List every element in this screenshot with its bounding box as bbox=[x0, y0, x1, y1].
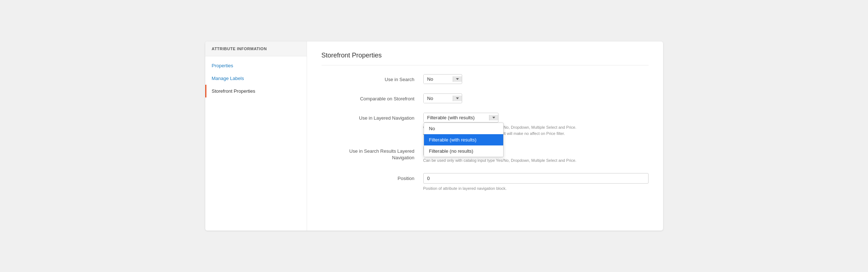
dropdown-option-no[interactable]: No bbox=[424, 123, 503, 134]
label-comparable-storefront: Comparable on Storefront bbox=[322, 93, 423, 102]
dropdown-option-filterable-no-results[interactable]: Filterable (no results) bbox=[424, 145, 503, 157]
layered-navigation-dropdown: No Filterable (with results) Filterable … bbox=[424, 123, 504, 157]
select-comparable-storefront[interactable]: No bbox=[423, 93, 462, 103]
main-card: Attribute Information Properties Manage … bbox=[205, 41, 663, 231]
sidebar: Attribute Information Properties Manage … bbox=[205, 41, 307, 231]
control-use-in-search: No bbox=[423, 74, 649, 84]
select-use-in-search-arrow[interactable] bbox=[453, 76, 462, 82]
control-layered-navigation: Filterable (with results) No Filterable … bbox=[423, 113, 649, 136]
select-comparable-storefront-arrow[interactable] bbox=[453, 96, 462, 101]
select-layered-navigation[interactable]: Filterable (with results) No Filterable … bbox=[423, 113, 498, 123]
form-row-layered-navigation: Use in Layered Navigation Filterable (wi… bbox=[322, 111, 649, 136]
form-row-position: Position Position of attribute in layere… bbox=[322, 172, 649, 192]
form-row-comparable-storefront: Comparable on Storefront No bbox=[322, 92, 649, 103]
label-line1: Use in Search Results Layered bbox=[349, 148, 414, 154]
sidebar-item-properties[interactable]: Properties bbox=[205, 59, 307, 72]
sidebar-item-manage-labels[interactable]: Manage Labels bbox=[205, 72, 307, 85]
select-layered-navigation-value: Filterable (with results) bbox=[424, 113, 489, 122]
select-use-in-search-value: No bbox=[424, 75, 453, 84]
position-input[interactable] bbox=[423, 173, 649, 184]
control-position: Position of attribute in layered navigat… bbox=[423, 173, 649, 192]
sidebar-header: Attribute Information bbox=[205, 41, 307, 56]
search-results-layered-help-text: Can be used only with catalog input type… bbox=[423, 157, 649, 164]
label-layered-navigation: Use in Layered Navigation bbox=[322, 113, 423, 121]
label-position: Position bbox=[322, 173, 423, 182]
select-use-in-search[interactable]: No bbox=[423, 74, 462, 84]
select-comparable-storefront-value: No bbox=[424, 94, 453, 103]
sidebar-item-storefront-properties[interactable]: Storefront Properties bbox=[205, 85, 307, 97]
position-help-text: Position of attribute in layered navigat… bbox=[423, 185, 649, 192]
form-row-use-in-search: Use in Search No bbox=[322, 73, 649, 84]
label-line2: Navigation bbox=[392, 155, 414, 160]
main-content: Storefront Properties Use in Search No C… bbox=[307, 41, 663, 231]
label-search-results-layered: Use in Search Results Layered Navigation bbox=[322, 146, 423, 161]
arrow-down-icon bbox=[456, 78, 459, 80]
section-title: Storefront Properties bbox=[322, 52, 649, 65]
control-comparable-storefront: No bbox=[423, 93, 649, 103]
arrow-down-icon-3 bbox=[492, 117, 495, 119]
arrow-down-icon-2 bbox=[456, 97, 459, 99]
sidebar-nav: Properties Manage Labels Storefront Prop… bbox=[205, 56, 307, 100]
select-layered-navigation-arrow[interactable] bbox=[489, 115, 498, 120]
dropdown-option-filterable-results[interactable]: Filterable (with results) bbox=[424, 134, 503, 145]
label-use-in-search: Use in Search bbox=[322, 74, 423, 83]
